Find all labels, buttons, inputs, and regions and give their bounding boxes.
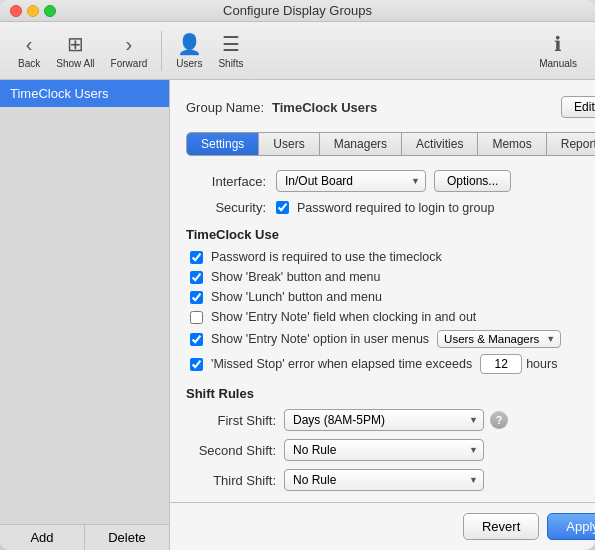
forward-icon: › bbox=[126, 33, 133, 56]
tabs: Settings Users Managers Activities Memos bbox=[186, 132, 595, 156]
entry-note-select[interactable]: Users & Managers Managers Only Users Onl… bbox=[437, 330, 561, 348]
second-shift-select-wrapper: No Rule Days (8AM-5PM) Custom ▼ bbox=[284, 439, 484, 461]
back-button[interactable]: ‹ Back bbox=[10, 29, 48, 73]
first-shift-select-wrapper: Days (8AM-5PM) No Rule Custom ▼ bbox=[284, 409, 484, 431]
manuals-label: Manuals bbox=[539, 58, 577, 69]
forward-label: Forward bbox=[111, 58, 148, 69]
interface-label: Interface: bbox=[186, 174, 266, 189]
tab-reports[interactable]: Reports bbox=[547, 133, 595, 155]
window-title: Configure Display Groups bbox=[223, 3, 372, 18]
minimize-button[interactable] bbox=[27, 5, 39, 17]
security-checkbox-label: Password required to login to group bbox=[297, 201, 494, 215]
shift-rules-title: Shift Rules bbox=[186, 386, 595, 401]
missed-stop-checkbox[interactable] bbox=[190, 358, 203, 371]
password-timeclock-row: Password is required to use the timecloc… bbox=[186, 250, 595, 264]
first-shift-label: First Shift: bbox=[186, 413, 276, 428]
sidebar-spacer bbox=[0, 107, 169, 524]
sidebar-item-label: TimeClock Users bbox=[10, 86, 108, 101]
edit-button[interactable]: Edit... bbox=[561, 96, 595, 118]
second-shift-row: Second Shift: No Rule Days (8AM-5PM) Cus… bbox=[186, 439, 595, 461]
missed-stop-label: 'Missed Stop' error when elapsed time ex… bbox=[211, 357, 472, 371]
apply-button[interactable]: Apply bbox=[547, 513, 595, 540]
tab-managers[interactable]: Managers bbox=[320, 133, 402, 155]
maximize-button[interactable] bbox=[44, 5, 56, 17]
main-content: TimeClock Users Add Delete Group Name: T… bbox=[0, 80, 595, 550]
password-timeclock-checkbox[interactable] bbox=[190, 251, 203, 264]
shifts-toolbar-button[interactable]: ☰ Shifts bbox=[210, 28, 251, 73]
sidebar-item-timeclock-users[interactable]: TimeClock Users bbox=[0, 80, 169, 107]
third-shift-label: Third Shift: bbox=[186, 473, 276, 488]
second-shift-select[interactable]: No Rule Days (8AM-5PM) Custom bbox=[284, 439, 484, 461]
toolbar-separator bbox=[161, 31, 162, 71]
toolbar: ‹ Back ⊞ Show All › Forward 👤 Users ☰ Sh… bbox=[0, 22, 595, 80]
show-lunch-row: Show 'Lunch' button and menu bbox=[186, 290, 595, 304]
show-entry-note-field-row: Show 'Entry Note' field when clocking in… bbox=[186, 310, 595, 324]
show-break-label: Show 'Break' button and menu bbox=[211, 270, 380, 284]
show-entry-note-field-checkbox[interactable] bbox=[190, 311, 203, 324]
users-icon: 👤 bbox=[177, 32, 202, 56]
first-shift-row: First Shift: Days (8AM-5PM) No Rule Cust… bbox=[186, 409, 595, 431]
back-icon: ‹ bbox=[26, 33, 33, 56]
titlebar: Configure Display Groups bbox=[0, 0, 595, 22]
forward-button[interactable]: › Forward bbox=[103, 29, 156, 73]
show-all-button[interactable]: ⊞ Show All bbox=[48, 28, 102, 73]
group-name-row: Group Name: TimeClock Users Edit... bbox=[186, 96, 595, 118]
content-wrapper: Group Name: TimeClock Users Edit... Sett… bbox=[170, 80, 595, 550]
help-icon[interactable]: ? bbox=[490, 411, 508, 429]
show-entry-note-option-row: Show 'Entry Note' option in user menus U… bbox=[186, 330, 595, 348]
missed-stop-hours-input[interactable] bbox=[480, 354, 522, 374]
users-toolbar-button[interactable]: 👤 Users bbox=[168, 28, 210, 73]
show-lunch-checkbox[interactable] bbox=[190, 291, 203, 304]
entry-note-select-wrapper: Users & Managers Managers Only Users Onl… bbox=[437, 330, 561, 348]
shifts-label: Shifts bbox=[218, 58, 243, 69]
second-shift-label: Second Shift: bbox=[186, 443, 276, 458]
show-entry-note-field-label: Show 'Entry Note' field when clocking in… bbox=[211, 310, 476, 324]
interface-row: Interface: In/Out Board Standard Simple … bbox=[186, 170, 595, 192]
main-window: Configure Display Groups ‹ Back ⊞ Show A… bbox=[0, 0, 595, 550]
sidebar-footer: Add Delete bbox=[0, 524, 169, 550]
delete-button[interactable]: Delete bbox=[85, 525, 169, 550]
manuals-icon: ℹ bbox=[554, 32, 562, 56]
third-shift-select[interactable]: No Rule Days (8AM-5PM) Custom bbox=[284, 469, 484, 491]
show-entry-note-option-checkbox[interactable] bbox=[190, 333, 203, 346]
show-break-row: Show 'Break' button and menu bbox=[186, 270, 595, 284]
missed-stop-row: 'Missed Stop' error when elapsed time ex… bbox=[186, 354, 595, 374]
interface-select-wrapper: In/Out Board Standard Simple ▼ bbox=[276, 170, 426, 192]
tab-users[interactable]: Users bbox=[259, 133, 319, 155]
footer-buttons: Revert Apply bbox=[170, 502, 595, 550]
group-name-value: TimeClock Users bbox=[272, 100, 561, 115]
options-button[interactable]: Options... bbox=[434, 170, 511, 192]
security-label: Security: bbox=[186, 200, 266, 215]
interface-select[interactable]: In/Out Board Standard Simple bbox=[276, 170, 426, 192]
first-shift-select[interactable]: Days (8AM-5PM) No Rule Custom bbox=[284, 409, 484, 431]
third-shift-row: Third Shift: No Rule Days (8AM-5PM) Cust… bbox=[186, 469, 595, 491]
sidebar: TimeClock Users Add Delete bbox=[0, 80, 170, 550]
show-all-icon: ⊞ bbox=[67, 32, 84, 56]
show-all-label: Show All bbox=[56, 58, 94, 69]
show-entry-note-option-label: Show 'Entry Note' option in user menus bbox=[211, 332, 429, 346]
shifts-icon: ☰ bbox=[222, 32, 240, 56]
show-lunch-label: Show 'Lunch' button and menu bbox=[211, 290, 382, 304]
manuals-button[interactable]: ℹ Manuals bbox=[531, 28, 585, 73]
add-button[interactable]: Add bbox=[0, 525, 85, 550]
security-row: Security: Password required to login to … bbox=[186, 200, 595, 215]
password-timeclock-label: Password is required to use the timecloc… bbox=[211, 250, 442, 264]
content-area: Group Name: TimeClock Users Edit... Sett… bbox=[170, 80, 595, 502]
show-break-checkbox[interactable] bbox=[190, 271, 203, 284]
security-checkbox[interactable] bbox=[276, 201, 289, 214]
group-name-label: Group Name: bbox=[186, 100, 264, 115]
back-label: Back bbox=[18, 58, 40, 69]
hours-label: hours bbox=[526, 357, 557, 371]
traffic-lights bbox=[10, 5, 56, 17]
revert-button[interactable]: Revert bbox=[463, 513, 539, 540]
users-label: Users bbox=[176, 58, 202, 69]
timeclock-use-title: TimeClock Use bbox=[186, 227, 595, 242]
close-button[interactable] bbox=[10, 5, 22, 17]
tab-settings[interactable]: Settings bbox=[187, 133, 259, 155]
tab-memos[interactable]: Memos bbox=[478, 133, 546, 155]
tab-activities[interactable]: Activities bbox=[402, 133, 478, 155]
third-shift-select-wrapper: No Rule Days (8AM-5PM) Custom ▼ bbox=[284, 469, 484, 491]
